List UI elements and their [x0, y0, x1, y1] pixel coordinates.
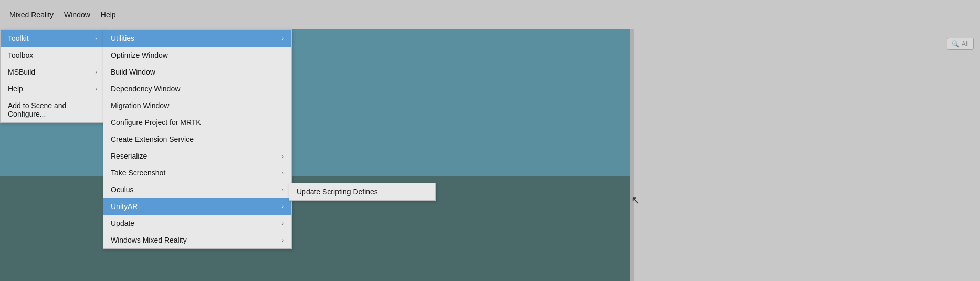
dd2-dependency-window[interactable]: Dependency Window — [103, 80, 291, 97]
chevron-right-icon: › — [282, 35, 284, 41]
chevron-right-icon: › — [95, 86, 97, 92]
search-placeholder-text: All — [962, 40, 969, 48]
dd2-windows-mixed-reality[interactable]: Windows Mixed Reality › — [103, 232, 291, 248]
search-icon: 🔍 — [952, 40, 960, 48]
chevron-right-icon: › — [95, 69, 97, 75]
chevron-right-icon: › — [282, 237, 284, 243]
dropdown-level2: Utilities › Optimize Window Build Window… — [103, 29, 292, 249]
dd1-toolbox[interactable]: Toolbox — [1, 47, 104, 64]
dd2-create-extension[interactable]: Create Extension Service — [103, 131, 291, 148]
chevron-right-icon: › — [282, 220, 284, 226]
dd1-toolkit[interactable]: Toolkit › — [1, 30, 104, 47]
chevron-right-icon: › — [282, 153, 284, 159]
dd1-msbuild[interactable]: MSBuild › — [1, 64, 104, 80]
chevron-right-icon: › — [282, 186, 284, 193]
search-container: 🔍 All — [634, 29, 980, 54]
dd2-header-utilities[interactable]: Utilities › — [103, 30, 291, 47]
right-panel: ⏭ 🔍 All — [634, 0, 980, 281]
dd1-add-to-scene[interactable]: Add to Scene and Configure... — [1, 97, 104, 122]
menu-item-window[interactable]: Window — [59, 7, 96, 22]
dd2-optimize-window[interactable]: Optimize Window — [103, 47, 291, 64]
dropdown-level3: Update Scripting Defines — [289, 183, 436, 201]
menu-item-mixed-reality[interactable]: Mixed Reality — [4, 7, 59, 22]
search-bar[interactable]: 🔍 All — [947, 38, 974, 50]
dd2-unityar[interactable]: UnityAR › — [103, 198, 291, 215]
dd3-update-scripting-defines[interactable]: Update Scripting Defines — [289, 183, 435, 200]
chevron-right-icon: › — [282, 203, 284, 210]
dd2-oculus[interactable]: Oculus › — [103, 181, 291, 198]
dropdown-level1: Toolkit › Toolbox MSBuild › Help › Add t… — [0, 29, 105, 123]
dd2-build-window[interactable]: Build Window — [103, 64, 291, 80]
dd2-configure-project[interactable]: Configure Project for MRTK — [103, 114, 291, 131]
chevron-right-icon: › — [95, 35, 97, 41]
dd2-update[interactable]: Update › — [103, 215, 291, 232]
dd1-help[interactable]: Help › — [1, 80, 104, 97]
chevron-right-icon: › — [282, 170, 284, 176]
dd2-reserialize[interactable]: Reserialize › — [103, 148, 291, 164]
dd2-take-screenshot[interactable]: Take Screenshot › — [103, 164, 291, 181]
menu-item-help[interactable]: Help — [96, 7, 121, 22]
dd2-migration-window[interactable]: Migration Window — [103, 97, 291, 114]
menu-bar: Mixed Reality Window Help — [0, 0, 980, 29]
